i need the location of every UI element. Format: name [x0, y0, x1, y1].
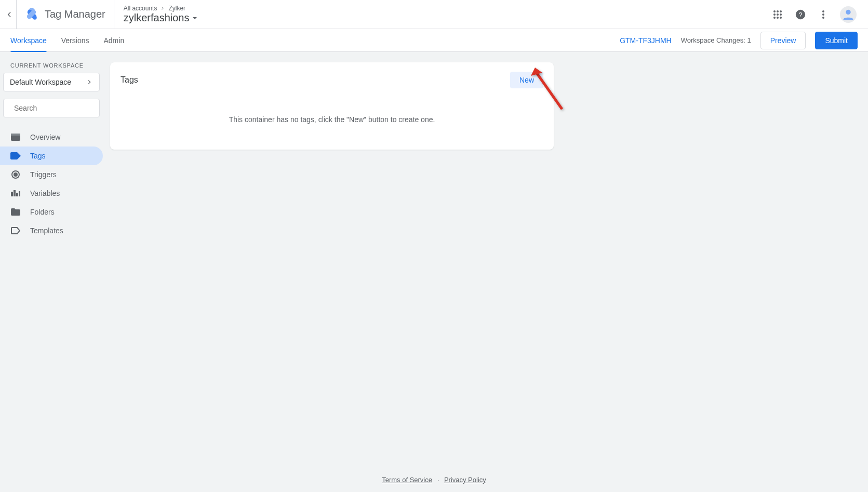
svg-rect-21	[11, 134, 20, 136]
breadcrumb-block: All accounts Zylker zylkerfashions	[114, 5, 198, 24]
sidebar: CURRENT WORKSPACE Default Workspace Over…	[0, 52, 103, 492]
sidebar-item-variables[interactable]: Variables	[0, 184, 103, 203]
back-button[interactable]	[2, 0, 17, 29]
preview-button[interactable]: Preview	[760, 32, 806, 49]
header-actions: ?	[771, 6, 866, 23]
body: CURRENT WORKSPACE Default Workspace Over…	[0, 52, 868, 492]
person-icon	[841, 7, 856, 22]
svg-point-17	[822, 17, 824, 19]
svg-text:?: ?	[798, 10, 802, 18]
folder-icon	[10, 207, 21, 217]
sub-nav: Workspace Versions Admin GTM-TF3JHMH Wor…	[0, 29, 868, 52]
svg-point-18	[846, 9, 850, 14]
tag-manager-logo-icon	[25, 8, 38, 21]
account-avatar[interactable]	[840, 6, 857, 23]
sidebar-item-folders[interactable]: Folders	[0, 203, 103, 221]
tags-card: Tags New This container has no tags, cli…	[110, 62, 554, 150]
card-header: Tags New	[121, 72, 543, 88]
sidebar-nav: Overview Tags Triggers Variables Folders…	[0, 128, 103, 240]
container-id-link[interactable]: GTM-TF3JHMH	[620, 36, 672, 45]
svg-point-15	[822, 10, 824, 12]
trigger-icon	[10, 169, 21, 180]
container-selector[interactable]: zylkerfashions	[124, 12, 198, 24]
workspace-changes: Workspace Changes: 1	[681, 36, 751, 44]
tag-icon	[10, 151, 21, 161]
main-tabs: Workspace Versions Admin	[10, 29, 124, 52]
help-button[interactable]: ?	[794, 8, 807, 21]
help-icon: ?	[795, 9, 806, 20]
svg-point-10	[773, 17, 776, 19]
svg-point-16	[822, 14, 824, 16]
privacy-link[interactable]: Privacy Policy	[444, 476, 486, 484]
footer: Terms of Service · Privacy Policy	[0, 476, 868, 484]
breadcrumb-account: Zylker	[168, 5, 185, 12]
submit-button[interactable]: Submit	[815, 32, 858, 49]
sidebar-section-label: CURRENT WORKSPACE	[3, 62, 100, 69]
svg-point-23	[14, 173, 17, 176]
top-header: Tag Manager All accounts Zylker zylkerfa…	[0, 0, 868, 29]
apps-button[interactable]	[771, 8, 784, 21]
workspace-selector[interactable]: Default Workspace	[3, 73, 100, 91]
svg-point-6	[780, 10, 782, 12]
apps-grid-icon	[773, 10, 782, 19]
more-vert-icon	[819, 10, 828, 19]
variable-icon	[10, 188, 21, 198]
chevron-right-icon	[160, 6, 165, 11]
svg-rect-26	[16, 193, 18, 196]
app-title: Tag Manager	[45, 8, 105, 20]
empty-state-message: This container has no tags, click the "N…	[121, 115, 543, 124]
svg-point-5	[777, 10, 779, 12]
svg-point-7	[773, 14, 776, 16]
search-box[interactable]	[3, 99, 100, 117]
tab-workspace[interactable]: Workspace	[10, 29, 47, 52]
sidebar-item-overview[interactable]: Overview	[0, 128, 103, 147]
arrow-left-icon	[5, 10, 14, 19]
svg-point-4	[773, 10, 776, 12]
svg-point-11	[777, 17, 779, 19]
svg-point-9	[780, 14, 782, 16]
breadcrumb[interactable]: All accounts Zylker	[124, 5, 198, 12]
workspace-name: Default Workspace	[10, 78, 71, 86]
svg-point-8	[777, 14, 779, 16]
new-tag-button[interactable]: New	[510, 72, 543, 88]
logo-block[interactable]: Tag Manager	[17, 0, 114, 29]
tab-admin[interactable]: Admin	[103, 29, 124, 52]
chevron-right-icon	[86, 78, 93, 86]
main-content: Tags New This container has no tags, cli…	[103, 52, 868, 492]
sidebar-item-templates[interactable]: Templates	[0, 221, 103, 240]
more-button[interactable]	[817, 8, 830, 21]
container-name: zylkerfashions	[124, 12, 190, 24]
overview-icon	[10, 132, 21, 142]
svg-rect-27	[19, 191, 20, 196]
sidebar-item-tags[interactable]: Tags	[0, 147, 103, 165]
svg-rect-24	[11, 192, 13, 196]
subnav-right: GTM-TF3JHMH Workspace Changes: 1 Preview…	[620, 32, 858, 49]
caret-down-icon	[192, 16, 197, 21]
template-icon	[10, 225, 21, 236]
search-input[interactable]	[14, 104, 105, 112]
svg-point-12	[780, 17, 782, 19]
svg-point-3	[33, 15, 37, 19]
breadcrumb-root: All accounts	[124, 5, 157, 12]
sidebar-item-triggers[interactable]: Triggers	[0, 165, 103, 184]
tab-versions[interactable]: Versions	[61, 29, 89, 52]
card-title: Tags	[121, 75, 138, 85]
svg-rect-25	[14, 190, 16, 196]
terms-link[interactable]: Terms of Service	[382, 476, 432, 484]
